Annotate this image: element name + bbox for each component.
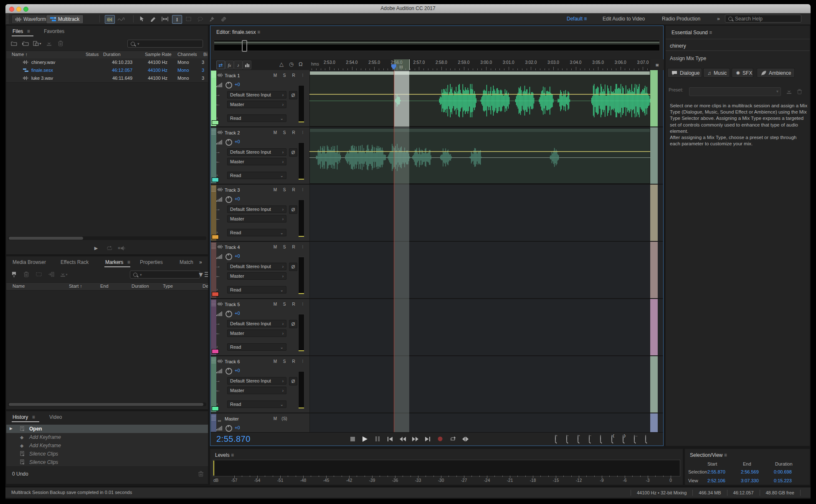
track-color-strip[interactable] — [211, 71, 216, 126]
track-s-button[interactable]: S — [281, 130, 287, 135]
track-s-button[interactable]: S — [281, 245, 287, 249]
track-name[interactable]: Track 3 — [225, 187, 240, 192]
pan-knob[interactable] — [226, 82, 232, 89]
track-drag-handle[interactable] — [211, 415, 216, 420]
track-r-button[interactable]: R — [291, 302, 296, 306]
play-button[interactable] — [360, 435, 370, 443]
track-s-button[interactable]: S — [281, 302, 287, 306]
track-output-select[interactable]: Master› — [227, 158, 286, 165]
record-button[interactable] — [435, 435, 445, 443]
markers-column-type[interactable]: Type — [163, 284, 173, 289]
track-s-button[interactable]: (S) — [281, 416, 287, 421]
paintbrush-tool[interactable] — [207, 15, 216, 23]
input-phase-button[interactable]: Ø — [289, 263, 297, 271]
skip-selection-button[interactable] — [460, 435, 470, 443]
selection-start-value[interactable]: 2:55.870 — [707, 469, 725, 474]
slip-tool[interactable] — [160, 15, 170, 23]
automation-mode-select[interactable]: Read⌄ — [227, 286, 286, 294]
track-input-select[interactable]: Default Stereo Input› — [227, 148, 286, 156]
input-phase-button[interactable]: Ø — [289, 205, 297, 214]
loop-playback-button[interactable] — [448, 435, 458, 443]
input-phase-button[interactable]: Ø — [289, 91, 297, 99]
colorbar-segment[interactable] — [650, 242, 658, 298]
zoom-in-time-button[interactable]: + — [551, 435, 560, 443]
track-color-swatch[interactable] — [212, 235, 219, 239]
zoom-in-amplitude-button[interactable]: + — [573, 435, 583, 443]
volume-ramp-icon[interactable] — [216, 254, 222, 259]
auto-play-speaker-icon[interactable]: ✱ — [118, 244, 126, 252]
preset-select[interactable]: ▾ — [689, 87, 781, 96]
timer-icon[interactable]: ◷ — [289, 61, 294, 67]
audio-clip-track-1[interactable] — [309, 70, 650, 127]
files-column-sample-rate[interactable]: Sample Rate — [145, 52, 172, 57]
track-m-button[interactable]: M — [272, 416, 278, 421]
marquee-tool[interactable] — [184, 15, 193, 23]
history-item[interactable]: Silence Clips — [6, 458, 208, 467]
track-color-swatch[interactable] — [212, 406, 219, 411]
zoom-out-amplitude-button[interactable]: − — [585, 435, 594, 443]
tab-video[interactable]: Video — [49, 414, 62, 420]
multitrack-mode-button[interactable]: Multitrack — [46, 15, 84, 24]
view-duration-value[interactable]: 0:15.223 — [774, 478, 792, 483]
save-file-icon[interactable] — [45, 40, 53, 47]
track-expand-chevron[interactable]: › — [216, 230, 218, 235]
mix-type-ambience-button[interactable]: Ambience — [757, 68, 795, 78]
fast-forward-button[interactable] — [410, 435, 420, 443]
help-search-field[interactable]: Search Help — [725, 15, 801, 23]
export-markers-icon[interactable]: ▾ — [60, 271, 68, 278]
tab-media-browser[interactable]: Media Browser — [13, 259, 46, 265]
file-row[interactable]: luke 3.wav46:11.64944100 HzMono3 — [6, 74, 208, 83]
track-drag-handle[interactable] — [211, 71, 216, 77]
track-color-strip[interactable] — [211, 242, 216, 298]
pan-knob[interactable] — [226, 196, 232, 203]
waveform-mode-button[interactable]: Waveform — [11, 15, 50, 24]
history-item[interactable]: ◆Add Keyframe — [6, 441, 208, 450]
monitor-speaker-icon[interactable]: ◙ — [656, 62, 659, 67]
marker-list-toggle-icon[interactable]: ▼☰ — [200, 271, 208, 278]
fx-button[interactable]: fx — [225, 61, 234, 69]
import-file-icon[interactable] — [21, 40, 30, 47]
history-item[interactable]: ◆Add Keyframe — [6, 433, 208, 442]
audio-clip-track-2[interactable] — [309, 127, 650, 184]
track-i-button[interactable]: I — [300, 73, 306, 78]
track-name[interactable]: Master — [225, 416, 239, 421]
pan-knob[interactable] — [226, 368, 232, 375]
file-row[interactable]: finale.sesx46:12.05744100 HzMono3 — [6, 66, 208, 75]
automation-mode-select[interactable]: Read⌄ — [227, 114, 286, 122]
file-row[interactable]: chinery.wav46:10.23344100 HzMono3 — [6, 58, 208, 67]
play-icon[interactable]: ▶ — [92, 244, 100, 252]
track-zoom-colorbar[interactable] — [650, 70, 658, 433]
move-tool[interactable] — [137, 15, 146, 23]
track-drag-handle[interactable] — [211, 300, 216, 306]
track-color-strip[interactable] — [211, 299, 216, 355]
track-input-select[interactable]: Default Stereo Input› — [227, 205, 286, 213]
tab-favorites[interactable]: Favorites — [44, 28, 64, 34]
track-drag-handle[interactable] — [211, 243, 216, 249]
pan-knob[interactable] — [226, 311, 232, 317]
track-output-select[interactable]: Master› — [227, 387, 286, 394]
track-r-button[interactable]: R — [291, 359, 296, 364]
track-s-button[interactable]: S — [281, 359, 287, 364]
insert-into-playlist-icon[interactable] — [47, 271, 56, 278]
razor-tool[interactable] — [149, 15, 158, 23]
track-m-button[interactable]: M — [272, 187, 278, 192]
metronome-icon[interactable]: △ — [279, 61, 284, 67]
timeline-navigator[interactable] — [214, 40, 660, 51]
marker-flag-icon[interactable] — [10, 271, 18, 278]
markers-column-start[interactable]: Start ↑ — [69, 284, 82, 289]
spot-heal-tool[interactable] — [219, 15, 228, 23]
track-expand-chevron[interactable]: › — [216, 402, 218, 406]
files-column-name[interactable]: Name ↑ — [12, 52, 28, 57]
automation-mode-select[interactable]: Read⌄ — [227, 343, 286, 351]
input-phase-button[interactable]: Ø — [289, 377, 297, 385]
playhead-time-display[interactable]: 2:55.870 — [216, 434, 251, 444]
files-search-field[interactable]: ▾ — [127, 40, 203, 48]
volume-ramp-icon[interactable] — [216, 140, 222, 144]
navigator-view-handle[interactable] — [242, 40, 247, 52]
trash-icon[interactable] — [56, 40, 65, 47]
spectral-view-button[interactable] — [117, 15, 126, 23]
delete-preset-trash-icon[interactable] — [795, 88, 803, 95]
pan-knob[interactable] — [226, 139, 232, 146]
zoom-full-button[interactable] — [641, 435, 650, 443]
lasso-tool[interactable] — [195, 15, 205, 23]
